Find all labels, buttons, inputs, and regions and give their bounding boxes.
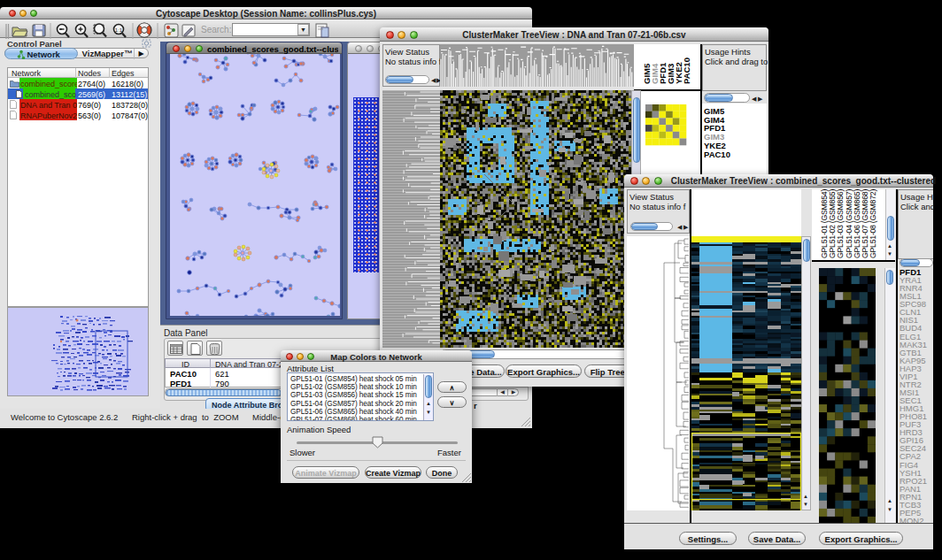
svg-text:1:1: 1:1 [115,27,123,33]
